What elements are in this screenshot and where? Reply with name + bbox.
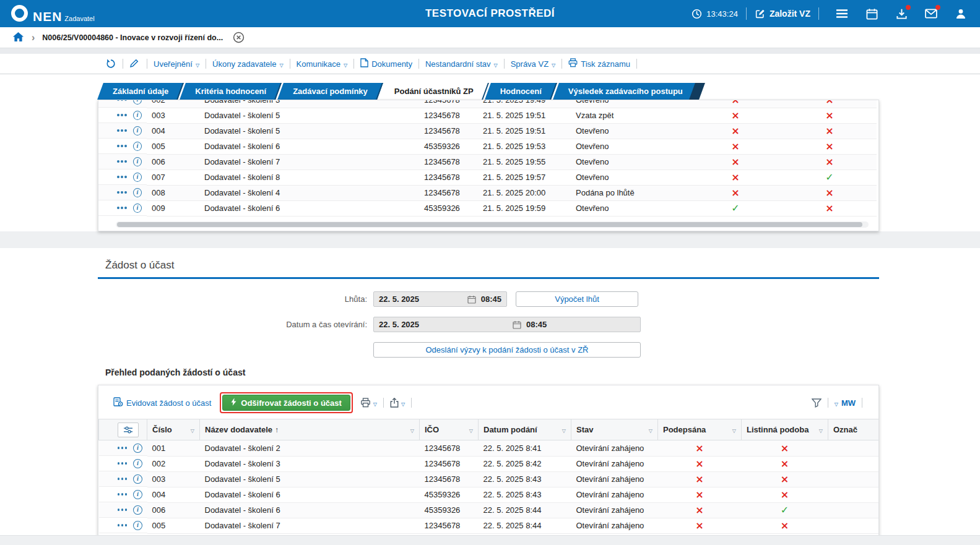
menu-dokumenty[interactable]: Dokumenty: [360, 58, 412, 69]
row-menu-icon[interactable]: [118, 509, 120, 511]
print-button[interactable]: [360, 398, 377, 408]
breadcrumb-item[interactable]: N006/25/V00004860 - Inovace v rozvoji ří…: [42, 33, 223, 42]
table-row[interactable]: 008 Dodavatel - školení 4 12345678 21. 5…: [98, 185, 877, 200]
create-vz-button[interactable]: Založit VZ: [755, 9, 810, 19]
history-icon[interactable]: [105, 58, 116, 69]
opening-field[interactable]: 22. 5. 2025 08:45: [373, 317, 641, 332]
column-header-stav[interactable]: Stav: [571, 419, 658, 440]
table-row[interactable]: 003 Dodavatel - školení 5 12345678 21. 5…: [98, 108, 877, 123]
tab-hodnoceni[interactable]: Hodnocení: [488, 83, 554, 100]
info-icon[interactable]: [133, 173, 142, 182]
row-menu-icon[interactable]: [117, 207, 119, 209]
row-menu-icon[interactable]: [117, 100, 119, 101]
table-row[interactable]: 006 Dodavatel - školení 7 12345678 21. 5…: [98, 154, 877, 170]
table-row[interactable]: 009 Dodavatel - školení 6 45359326 21. 5…: [98, 200, 877, 216]
table-row[interactable]: 003 Dodavatel - školení 5 12345678 22. 5…: [99, 471, 880, 487]
chevron-down-icon[interactable]: [191, 425, 194, 434]
table-row[interactable]: 007 Dodavatel - školení 8 12345678 21. 5…: [98, 170, 877, 185]
calendar-icon[interactable]: [865, 7, 878, 20]
table-row[interactable]: 005 Dodavatel - školení 6 45359326 21. 5…: [98, 139, 877, 154]
cell-paper: ×: [742, 456, 828, 471]
table-row[interactable]: 001 Dodavatel - školení 2 12345678 22. 5…: [99, 440, 880, 457]
tab-vysledek-postupu[interactable]: Výsledek zadávacího postupu: [556, 83, 695, 100]
chevron-down-icon[interactable]: [649, 425, 653, 434]
info-icon[interactable]: [133, 100, 142, 105]
row-menu-icon[interactable]: [118, 524, 120, 526]
table-row[interactable]: 002 Dodavatel - školení 3 12345678 22. 5…: [99, 456, 880, 471]
messages-icon[interactable]: [924, 7, 938, 20]
print-record-link[interactable]: Tisk záznamu: [568, 58, 630, 69]
row-menu-icon[interactable]: [117, 160, 119, 163]
column-header-listinna[interactable]: Listinná podoba: [742, 419, 828, 440]
downloads-icon[interactable]: [895, 7, 908, 20]
tab-podani-ucastniku-zp[interactable]: Podání účastníků ZP: [382, 83, 486, 100]
row-actions-cell: [99, 518, 147, 533]
menu-ukony-zadavatele[interactable]: Úkony zadavatele: [212, 59, 284, 69]
column-settings-button[interactable]: [118, 423, 139, 437]
row-menu-icon[interactable]: [117, 129, 119, 132]
info-icon[interactable]: [133, 490, 142, 499]
tab-zakladni-udaje[interactable]: Základní údaje: [100, 83, 181, 100]
info-icon[interactable]: [133, 204, 142, 213]
chevron-down-icon[interactable]: [819, 425, 823, 434]
menu-sprava-vz[interactable]: Správa VZ: [511, 59, 556, 69]
table-row[interactable]: 004 Dodavatel - školení 6 45359326 22. 5…: [99, 487, 880, 502]
menu-komunikace[interactable]: Komunikace: [297, 59, 348, 69]
info-icon[interactable]: [133, 474, 142, 484]
chevron-down-icon[interactable]: [562, 425, 566, 434]
mw-toggle[interactable]: MW: [835, 398, 856, 408]
info-icon[interactable]: [133, 126, 142, 135]
table-row[interactable]: 005 Dodavatel - školení 7 12345678 22. 5…: [99, 518, 880, 533]
row-menu-icon[interactable]: [118, 493, 120, 496]
chevron-down-icon[interactable]: [410, 425, 414, 434]
table-row[interactable]: 002 Dodavatel - školení 3 12345678 21. 5…: [98, 100, 877, 108]
column-header-datum[interactable]: Datum podání: [479, 419, 571, 440]
menu-nestandardni-stav[interactable]: Nestandardní stav: [425, 59, 498, 69]
register-request-link[interactable]: Evidovat žádost o účast: [113, 397, 211, 409]
row-menu-icon[interactable]: [118, 462, 120, 465]
table-row[interactable]: 004 Dodavatel - školení 5 12345678 21. 5…: [98, 123, 877, 139]
info-icon[interactable]: [133, 521, 142, 530]
menu-uverejneni[interactable]: Uveřejnění: [154, 59, 199, 69]
row-menu-icon[interactable]: [117, 145, 119, 147]
menu-icon[interactable]: [835, 7, 849, 20]
edit-pencil-icon[interactable]: [129, 58, 141, 69]
info-icon[interactable]: [133, 111, 142, 120]
decrypt-requests-button[interactable]: Odšifrovat žádosti o účast: [222, 395, 350, 411]
export-button[interactable]: [390, 398, 405, 408]
horizontal-scrollbar[interactable]: [116, 221, 869, 228]
brand[interactable]: NEN Zadavatel: [11, 5, 95, 23]
chevron-down-icon[interactable]: [469, 425, 473, 434]
tab-zadavaci-podminky[interactable]: Zadávací podmínky: [280, 83, 380, 100]
close-record-icon[interactable]: [233, 32, 245, 43]
info-icon[interactable]: [133, 188, 142, 197]
scrollbar-thumb[interactable]: [117, 222, 862, 227]
divider: [418, 59, 419, 69]
column-header-ico[interactable]: IČO: [420, 419, 479, 440]
table-row[interactable]: 006 Dodavatel - školení 6 45359326 22. 5…: [99, 502, 880, 518]
send-invitation-button[interactable]: Odeslání výzvy k podání žádosti o účast …: [373, 342, 641, 358]
user-icon[interactable]: [954, 7, 968, 20]
info-icon[interactable]: [133, 505, 142, 515]
row-menu-icon[interactable]: [117, 176, 119, 178]
chevron-down-icon[interactable]: [732, 425, 736, 434]
home-icon[interactable]: [12, 32, 24, 44]
row-menu-icon[interactable]: [118, 478, 120, 480]
row-menu-icon[interactable]: [117, 191, 119, 194]
info-icon[interactable]: [133, 459, 142, 468]
compute-deadlines-button[interactable]: Výpočet lhůt: [516, 291, 638, 307]
info-icon[interactable]: [133, 444, 142, 453]
tab-kriteria-hodnoceni[interactable]: Kritéria hodnocení: [183, 83, 279, 100]
column-header-podepsana[interactable]: Podepsána: [658, 419, 742, 440]
column-header-oznaceni[interactable]: Označ: [828, 419, 880, 440]
info-icon[interactable]: [133, 142, 142, 151]
deadline-field[interactable]: 22. 5. 2025 08:45: [373, 291, 507, 307]
filter-icon[interactable]: [812, 398, 822, 408]
row-menu-icon[interactable]: [118, 447, 120, 449]
info-icon[interactable]: [133, 157, 142, 166]
calendar-icon[interactable]: [467, 295, 476, 304]
calendar-icon[interactable]: [513, 320, 521, 329]
row-menu-icon[interactable]: [117, 114, 119, 116]
column-header-nazev[interactable]: Název dodavatele: [200, 419, 420, 440]
column-header-cislo[interactable]: Číslo: [147, 419, 200, 440]
